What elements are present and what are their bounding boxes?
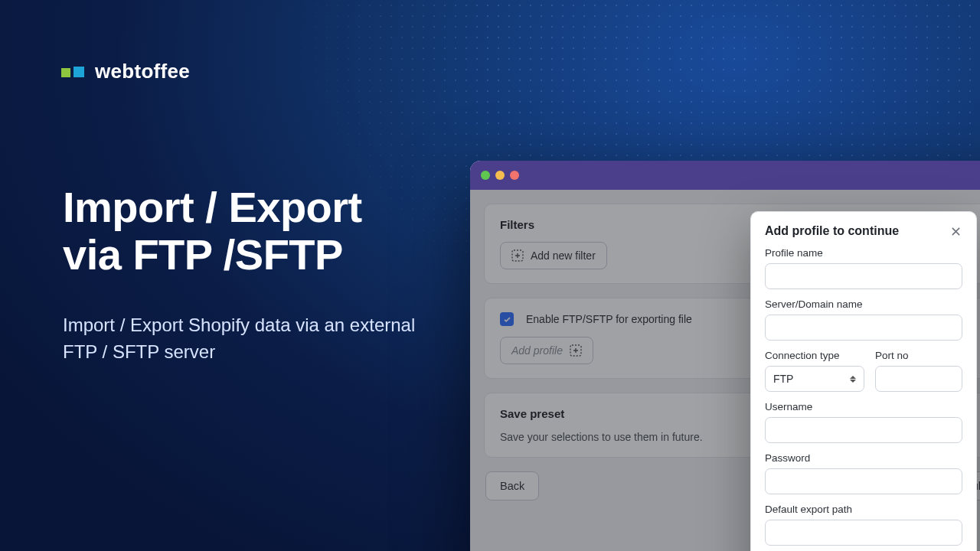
- label-default-export-path: Default export path: [765, 504, 962, 515]
- add-profile-modal: Add profile to continue Profile name Ser…: [750, 211, 977, 551]
- brand-name: webtoffee: [95, 60, 190, 83]
- label-port-no: Port no: [875, 350, 962, 361]
- brand-logo-mark: [61, 67, 84, 77]
- field-profile-name: Profile name: [765, 247, 962, 289]
- window-titlebar: [470, 161, 980, 190]
- connection-type-value: FTP: [773, 373, 793, 385]
- brand-logo: webtoffee: [61, 60, 190, 83]
- chevron-sort-icon: [850, 376, 856, 383]
- app-window: Filters Add new filter Enable FTP/SFTP f…: [470, 161, 980, 551]
- profile-name-input[interactable]: [765, 263, 962, 289]
- hero-subtitle: Import / Export Shopify data via an exte…: [63, 312, 430, 366]
- label-server-domain: Server/Domain name: [765, 298, 962, 310]
- label-username: Username: [765, 401, 962, 412]
- modal-title: Add profile to continue: [765, 224, 899, 238]
- hero-title-line1: Import / Export: [63, 183, 362, 231]
- window-dot-green: [481, 171, 490, 180]
- field-connection-type: Connection type FTP: [765, 350, 864, 392]
- field-default-export-path: Default export path: [765, 504, 962, 546]
- password-input[interactable]: [765, 468, 962, 494]
- window-dot-red: [510, 171, 519, 180]
- hero-headline: Import / Export via FTP /SFTP: [63, 184, 362, 278]
- field-username: Username: [765, 401, 962, 443]
- connection-type-select[interactable]: FTP: [765, 366, 864, 392]
- label-password: Password: [765, 452, 962, 464]
- close-icon[interactable]: [949, 224, 962, 238]
- app-body: Filters Add new filter Enable FTP/SFTP f…: [470, 190, 980, 551]
- label-profile-name: Profile name: [765, 247, 962, 259]
- hero-title-line2: via FTP /SFTP: [63, 230, 343, 279]
- default-export-path-input[interactable]: [765, 520, 962, 546]
- field-port-no: Port no: [875, 350, 962, 392]
- field-password: Password: [765, 452, 962, 494]
- field-server-domain: Server/Domain name: [765, 298, 962, 341]
- server-domain-input[interactable]: [765, 315, 962, 341]
- username-input[interactable]: [765, 417, 962, 443]
- window-dot-yellow: [495, 171, 505, 180]
- label-connection-type: Connection type: [765, 350, 864, 361]
- port-no-input[interactable]: [875, 366, 962, 392]
